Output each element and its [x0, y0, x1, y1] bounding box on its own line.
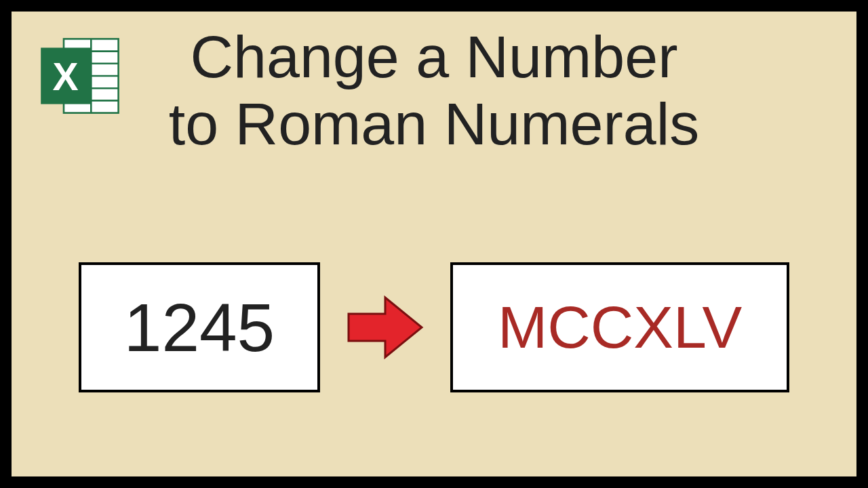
arrow-right-icon: [344, 293, 426, 361]
output-roman-value: MCCXLV: [498, 293, 742, 362]
page-title: Change a Number to Roman Numerals: [12, 24, 856, 157]
output-roman-box: MCCXLV: [450, 262, 789, 392]
input-number-box: 1245: [79, 262, 320, 392]
input-number-value: 1245: [124, 289, 275, 367]
svg-marker-9: [349, 298, 422, 357]
title-line-2: to Roman Numerals: [169, 90, 700, 157]
title-line-1: Change a Number: [190, 23, 677, 90]
tutorial-card: X Change a Number to Roman Numerals 1245…: [9, 9, 859, 479]
conversion-row: 1245 MCCXLV: [12, 262, 856, 392]
